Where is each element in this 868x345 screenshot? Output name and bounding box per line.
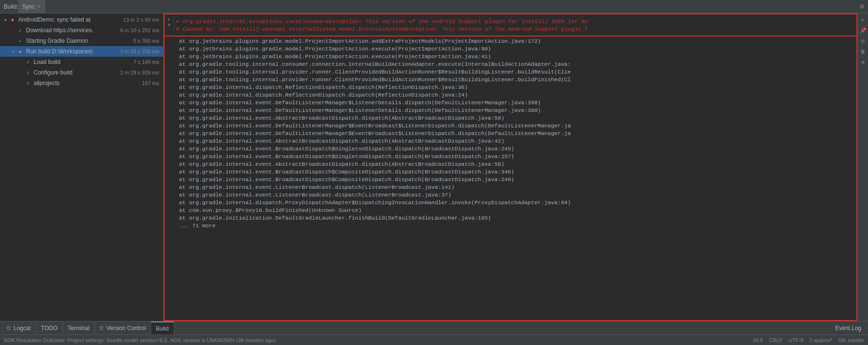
- event-log-button[interactable]: Event Log: [830, 321, 866, 334]
- error-icon: ●: [16, 48, 24, 55]
- tree-time: 6 m 10 s 291 ms: [120, 27, 163, 33]
- filter-icon[interactable]: ⊟: [859, 37, 868, 45]
- tree-time: 7 s 149 ms: [133, 59, 163, 65]
- success-icon: ✓: [16, 26, 24, 34]
- log-entry: at org.gradle.internal.dispatch.Reflecti…: [165, 84, 856, 91]
- bottom-tab-terminal[interactable]: Terminal: [63, 321, 95, 334]
- status-bar: NDK Resolution Outcome: Project settings…: [0, 334, 868, 345]
- tab-label: Logcat: [13, 325, 31, 332]
- tree-item-android-demo[interactable]: ▾●AndroidDemo: sync failed at13 m 2 s 66…: [0, 14, 163, 25]
- bottom-tab-version-control[interactable]: 9:Version Control: [95, 321, 151, 334]
- tree-label: Starting Gradle Daemon: [26, 37, 88, 44]
- tree-item-run-build[interactable]: ▾●Run build D:\Workspaces\3 m 56 s 706 m…: [0, 46, 163, 57]
- expand-col: ▸ ⊖: [165, 14, 174, 36]
- vcs-status[interactable]: Git: master: [838, 337, 864, 343]
- log-entry: at org.gradle.internal.dispatch.Reflecti…: [165, 91, 856, 99]
- status-bar-right: 36:6 CRLF UTF-8 2 spaces* Git: master: [753, 337, 864, 343]
- log-entry: at org.gradle.internal.event.ListenerBro…: [165, 184, 856, 191]
- tab-number: 9:: [100, 325, 104, 332]
- log-area: ▸ ⊖ ▸ org.gradle.internal.exceptions.Loc…: [164, 13, 857, 321]
- tree-time: 2 m 28 s 939 ms: [120, 70, 163, 75]
- tree-arrow[interactable]: ▾: [10, 49, 16, 54]
- tree-arrow[interactable]: ▾: [2, 17, 9, 23]
- log-entry: at org.gradle.initialization.DefaultGrad…: [165, 214, 856, 222]
- log-entry: at org.jetbrains.plugins.gradle.model.Pr…: [165, 45, 856, 53]
- cursor-position[interactable]: 36:6: [753, 337, 763, 343]
- close-icon[interactable]: ✕: [37, 4, 41, 9]
- tree-label: Load build: [34, 59, 60, 65]
- log-scroll-area[interactable]: at org.jetbrains.plugins.gradle.model.Pr…: [164, 37, 857, 321]
- log-header: ▸ ⊖ ▸ org.gradle.internal.exceptions.Loc…: [164, 13, 857, 37]
- log-entry: at org.gradle.tooling.internal.consumer.…: [165, 61, 856, 68]
- settings-icon[interactable]: ⚙: [859, 58, 868, 66]
- log-entry: at org.gradle.internal.event.DefaultList…: [165, 107, 856, 114]
- build-tree: ▾●AndroidDemo: sync failed at13 m 2 s 66…: [0, 13, 163, 321]
- tree-item-download-https[interactable]: ✓Download https://services.6 m 10 s 291 …: [0, 25, 163, 36]
- tree-label: AndroidDemo: sync failed at: [18, 16, 90, 23]
- log-entry: at org.gradle.internal.event.DefaultList…: [165, 99, 856, 107]
- log-entry: at org.gradle.internal.event.AbstractBro…: [165, 137, 856, 145]
- tree-item-allprojects[interactable]: ✓allprojects187 ms: [0, 78, 163, 88]
- collapse-icon[interactable]: ⊖: [167, 22, 170, 28]
- top-bar: Build: Sync ✕ ⚙: [0, 0, 868, 13]
- bottom-tab-todo[interactable]: TODO: [36, 321, 63, 334]
- indent-setting[interactable]: 2 spaces*: [809, 337, 832, 343]
- tab-label: Terminal: [68, 325, 89, 332]
- top-bar-title: Build:: [4, 3, 18, 10]
- clear-icon[interactable]: 🗑: [859, 47, 868, 56]
- log-entry: at org.gradle.tooling.internal.provider.…: [165, 68, 856, 76]
- success-icon: ✓: [24, 58, 32, 66]
- right-toolbar: ⇱ 📌 ⊟ 🗑 ⚙: [857, 13, 868, 321]
- expand-icon[interactable]: ▸: [167, 16, 170, 22]
- log-entry: at org.gradle.internal.event.BroadcastDi…: [165, 168, 856, 176]
- tree-item-starting-gradle[interactable]: ✓Starting Gradle Daemon5 s 390 ms: [0, 36, 163, 46]
- fold-icon[interactable]: ⇱: [859, 15, 868, 24]
- error-line-1: ▸ org.gradle.internal.exceptions.Locatio…: [176, 18, 855, 25]
- tab-label: TODO: [41, 325, 57, 332]
- log-entry: at org.gradle.internal.event.BroadcastDi…: [165, 176, 856, 184]
- tree-label: allprojects: [34, 80, 60, 86]
- log-entry: at org.gradle.internal.event.AbstractBro…: [165, 160, 856, 168]
- log-entry: at org.gradle.internal.event.ListenerBro…: [165, 191, 856, 199]
- log-entry: at org.gradle.internal.event.BroadcastDi…: [165, 153, 856, 160]
- tree-time: 5 s 390 ms: [133, 38, 163, 44]
- tree-item-configure-build[interactable]: ✓Configure build2 m 28 s 939 ms: [0, 67, 163, 78]
- tree-time: 187 ms: [142, 80, 163, 86]
- tab-label: Build: [156, 325, 169, 332]
- sidebar: ▾●AndroidDemo: sync failed at13 m 2 s 66…: [0, 13, 164, 321]
- tree-label: Run build D:\Workspaces\: [26, 48, 93, 55]
- bottom-tab-logcat[interactable]: 6:Logcat: [2, 321, 36, 334]
- tree-label: Configure build: [34, 69, 73, 76]
- sync-tab-label: Sync: [22, 3, 35, 10]
- main-area: ▾●AndroidDemo: sync failed at13 m 2 s 66…: [0, 13, 868, 321]
- log-entry: at org.gradle.internal.event.DefaultList…: [165, 122, 856, 130]
- log-header-text: ▸ org.gradle.internal.exceptions.Locatio…: [174, 14, 856, 36]
- log-entry: at org.gradle.tooling.internal.provider.…: [165, 76, 856, 84]
- tab-label: Version Control: [106, 325, 146, 332]
- success-icon: ✓: [24, 69, 32, 76]
- log-entry: at org.gradle.internal.dispatch.ProxyDis…: [165, 199, 856, 207]
- tree-time: 13 m 2 s 66 ms: [123, 17, 163, 23]
- tree-time: 3 m 56 s 706 ms: [120, 49, 163, 54]
- encoding[interactable]: UTF-8: [789, 337, 804, 343]
- log-entry: at org.gradle.internal.event.BroadcastDi…: [165, 145, 856, 153]
- tree-label: Download https://services.: [26, 27, 93, 34]
- log-entry: at org.gradle.internal.event.DefaultList…: [165, 130, 856, 137]
- tree-item-load-build[interactable]: ✓Load build7 s 149 ms: [0, 57, 163, 67]
- success-icon: ✓: [24, 79, 32, 87]
- status-message: NDK Resolution Outcome: Project settings…: [4, 337, 745, 343]
- line-ending[interactable]: CRLF: [769, 337, 783, 343]
- log-entry: at org.jetbrains.plugins.gradle.model.Pr…: [165, 37, 856, 45]
- bottom-tab-build[interactable]: Build: [151, 321, 174, 334]
- log-entry: at org.gradle.internal.event.AbstractBro…: [165, 114, 856, 122]
- log-entry: at com.sun.proxy.$Proxy18.buildFinished(…: [165, 207, 856, 214]
- sync-tab[interactable]: Sync ✕: [18, 0, 45, 13]
- log-entry: ... 71 more: [165, 222, 856, 230]
- log-entry: at org.jetbrains.plugins.gradle.model.Pr…: [165, 53, 856, 61]
- bottom-tabs: 6:LogcatTODOTerminal9:Version ControlBui…: [0, 321, 868, 334]
- success-icon: ✓: [16, 37, 24, 45]
- error-icon: ●: [9, 16, 16, 24]
- error-line-2: ⊖ Caused by: com.intellij.openapi.extern…: [176, 25, 855, 32]
- pin-icon[interactable]: 📌: [859, 26, 868, 35]
- gear-icon[interactable]: ⚙: [860, 2, 864, 11]
